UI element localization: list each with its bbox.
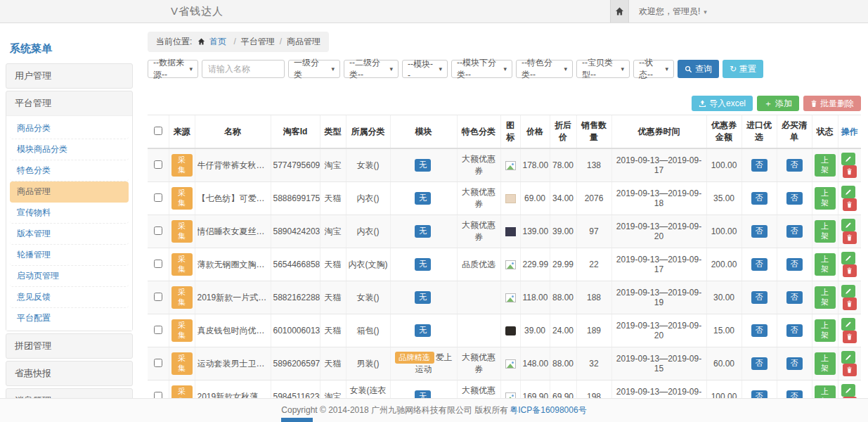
sidebar-section[interactable]: 省惠快报	[6, 361, 133, 386]
mustbuy-toggle[interactable]: 否	[786, 192, 803, 205]
sidebar-section-label[interactable]: 平台管理	[6, 91, 132, 115]
mustbuy-toggle[interactable]: 否	[786, 357, 803, 370]
price-cell: 39.00	[520, 314, 550, 347]
filter-select[interactable]: 一级分类	[288, 60, 340, 78]
import-toggle[interactable]: 否	[751, 258, 767, 271]
filter-select[interactable]: --状态--	[633, 60, 674, 78]
sidebar-subitem[interactable]: 商品管理	[10, 181, 129, 203]
sidebar-section[interactable]: 拼团管理	[6, 333, 133, 359]
row-checkbox[interactable]	[154, 359, 162, 367]
query-button[interactable]: 查询	[678, 60, 719, 78]
row-checkbox[interactable]	[154, 160, 162, 169]
edit-button[interactable]	[841, 252, 855, 264]
import-toggle[interactable]: 否	[751, 159, 767, 172]
sidebar-section-label[interactable]: 拼团管理	[6, 334, 132, 358]
icp-link[interactable]: 粤ICP备16098006号	[510, 404, 586, 416]
status-badge[interactable]: 上架	[815, 319, 836, 342]
module-badge[interactable]: 无	[415, 291, 431, 304]
sidebar-section-label[interactable]: 省惠快报	[6, 362, 132, 385]
edit-button[interactable]	[841, 186, 855, 198]
edit-button[interactable]	[841, 285, 855, 298]
status-badge[interactable]: 上架	[815, 187, 836, 210]
mustbuy-toggle[interactable]: 否	[786, 324, 803, 337]
batch-delete-button[interactable]: 批量删除	[803, 96, 861, 111]
taoke-id-cell: 588869917501	[271, 182, 320, 215]
filter-select[interactable]: --模块--	[402, 60, 448, 78]
row-checkbox[interactable]	[154, 226, 162, 235]
sidebar: 系统菜单 用户管理 平台管理 商品分类 模块商品分类 特色分类 商品管理 宣传物…	[6, 39, 133, 401]
sidebar-subitem[interactable]: 意见反馈	[10, 287, 129, 308]
user-menu[interactable]: 欢迎您，管理员!	[639, 6, 707, 18]
edit-button[interactable]	[841, 219, 855, 231]
status-badge[interactable]: 上架	[815, 352, 836, 375]
name-search-input[interactable]	[202, 60, 285, 78]
module-badge[interactable]: 无	[415, 159, 431, 172]
edit-button[interactable]	[841, 351, 855, 364]
filter-select[interactable]: --模块下分类--	[451, 60, 512, 78]
edit-button[interactable]	[841, 153, 855, 165]
reset-button[interactable]: ↻ 重置	[723, 60, 763, 78]
module-badge[interactable]: 无	[415, 225, 431, 238]
filter-select[interactable]: --宝贝类型--	[576, 60, 630, 78]
sidebar-bottom-sections: 拼团管理 省惠快报 消息管理 订单管理 兑换管理 统计管理	[6, 333, 133, 401]
sidebar-subitem[interactable]: 特色分类	[10, 160, 129, 181]
filter-select[interactable]: --特色分类--	[516, 60, 573, 78]
breadcrumb-item: 平台管理	[228, 37, 274, 46]
filter-bar: --数据来源-- 一级分类--二级分类----模块----模块下分类----特色…	[148, 60, 861, 78]
select-all-checkbox[interactable]	[154, 127, 162, 135]
icon-cell	[500, 148, 520, 182]
sidebar-section-label[interactable]: 用户管理	[6, 64, 132, 88]
status-badge[interactable]: 上架	[815, 253, 836, 276]
filter-select[interactable]: --二级分类--	[344, 60, 399, 78]
row-checkbox[interactable]	[154, 260, 162, 268]
sidebar-subitem[interactable]: 模块商品分类	[10, 139, 129, 160]
import-toggle[interactable]: 否	[751, 291, 767, 304]
column-header: 价格	[520, 115, 550, 149]
table-body: 采集 牛仔背带裤女秋装减龄... 577479560965 淘宝 女装() 无 …	[148, 148, 861, 422]
sidebar-subitem[interactable]: 轮播管理	[10, 245, 129, 266]
delete-button[interactable]	[843, 231, 857, 244]
sidebar-subitem[interactable]: 版本管理	[10, 224, 129, 245]
breadcrumb-home-link[interactable]: 首页	[209, 37, 226, 46]
module-badge[interactable]: 无	[415, 324, 431, 337]
mustbuy-toggle[interactable]: 否	[786, 258, 803, 271]
add-button[interactable]: ＋ 添加	[757, 96, 799, 111]
status-badge[interactable]: 上架	[815, 286, 836, 309]
delete-button[interactable]	[843, 364, 857, 376]
delete-button[interactable]	[843, 165, 857, 178]
row-checkbox[interactable]	[154, 193, 162, 202]
import-excel-button[interactable]: 导入excel	[692, 96, 753, 111]
discount-price-cell: 88.00	[550, 281, 576, 314]
delete-button[interactable]	[843, 198, 857, 211]
import-toggle[interactable]: 否	[751, 192, 767, 205]
edit-button[interactable]	[841, 384, 855, 397]
import-toggle[interactable]: 否	[751, 357, 767, 370]
delete-button[interactable]	[843, 331, 857, 343]
sidebar-subitem[interactable]: 启动页管理	[10, 266, 129, 287]
module-badge[interactable]: 品牌精选	[395, 352, 434, 364]
row-checkbox[interactable]	[154, 326, 162, 334]
mustbuy-toggle[interactable]: 否	[786, 225, 803, 238]
mustbuy-toggle[interactable]: 否	[786, 291, 803, 304]
status-badge[interactable]: 上架	[815, 220, 836, 243]
delete-button[interactable]	[843, 298, 857, 310]
edit-button[interactable]	[841, 318, 855, 331]
sidebar-subitem[interactable]: 宣传物料	[10, 203, 129, 224]
filter-select-datasource[interactable]: --数据来源--	[148, 60, 198, 78]
sidebar-subitem[interactable]: 商品分类	[10, 118, 129, 139]
sidebar-section[interactable]: 用户管理	[6, 63, 133, 89]
operation-cell	[838, 182, 861, 215]
status-badge[interactable]: 上架	[815, 154, 836, 177]
row-select-cell	[148, 182, 169, 215]
sidebar-subitem[interactable]: 平台配置	[10, 308, 129, 328]
mustbuy-toggle[interactable]: 否	[786, 159, 803, 172]
trash-icon	[846, 366, 853, 373]
module-badge[interactable]: 无	[415, 192, 431, 205]
import-toggle[interactable]: 否	[751, 225, 767, 238]
delete-button[interactable]	[843, 264, 857, 277]
home-button[interactable]	[610, 0, 629, 23]
row-checkbox[interactable]	[154, 293, 162, 301]
module-badge[interactable]: 无	[415, 258, 431, 271]
import-toggle[interactable]: 否	[751, 324, 767, 337]
trash-icon	[810, 100, 817, 108]
